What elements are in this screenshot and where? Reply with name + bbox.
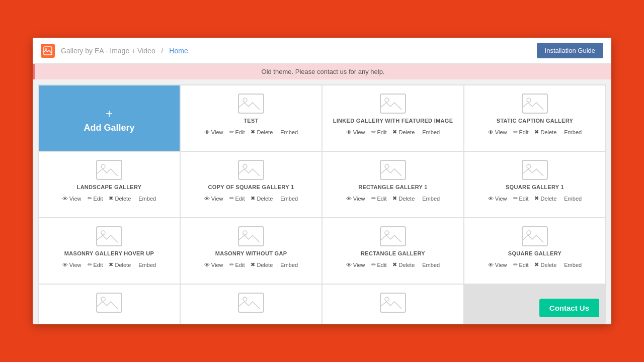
gallery-thumbnail-icon (238, 226, 264, 246)
gallery-card: TEST👁 View✏ Edit✖ Delete Embed (181, 85, 321, 151)
gallery-view-button[interactable]: 👁 View (344, 260, 367, 269)
contact-us-button[interactable]: Contact Us (539, 299, 599, 317)
edit-icon: ✏ (371, 261, 376, 268)
gallery-embed-button[interactable]: Embed (135, 194, 158, 203)
edit-icon: ✏ (229, 261, 234, 268)
gallery-actions: 👁 View✏ Edit✖ Delete Embed (344, 128, 442, 136)
gallery-thumbnail-icon (380, 94, 406, 114)
svg-point-3 (243, 98, 247, 102)
install-guide-button[interactable]: Installation Guide (537, 43, 603, 58)
gallery-delete-button[interactable]: ✖ Delete (107, 194, 133, 203)
gallery-thumbnail-icon (238, 160, 264, 180)
svg-point-23 (527, 231, 531, 235)
gallery-thumbnail-icon (238, 94, 264, 114)
gallery-card (323, 285, 463, 324)
delete-icon: ✖ (109, 261, 113, 268)
gallery-delete-button[interactable]: ✖ Delete (249, 128, 275, 136)
view-icon: 👁 (204, 196, 210, 202)
gallery-edit-button[interactable]: ✏ Edit (369, 128, 389, 136)
gallery-card: RECTANGLE GALLERY👁 View✏ Edit✖ Delete Em… (323, 218, 463, 284)
gallery-name: LINKED GALLERY WITH FEATURED IMAGE (333, 118, 453, 124)
gallery-view-button[interactable]: 👁 View (486, 128, 509, 136)
gallery-name: SQUARE GALLERY 1 (506, 184, 564, 190)
gallery-view-button[interactable]: 👁 View (486, 194, 509, 203)
gallery-thumbnail-icon (380, 160, 406, 180)
gallery-view-button[interactable]: 👁 View (202, 194, 225, 203)
gallery-embed-button[interactable]: Embed (560, 194, 584, 203)
gallery-delete-button[interactable]: ✖ Delete (532, 194, 558, 203)
delete-icon: ✖ (392, 129, 397, 135)
gallery-delete-button[interactable]: ✖ Delete (390, 128, 417, 136)
svg-point-13 (385, 164, 389, 168)
view-icon: 👁 (62, 196, 68, 202)
delete-icon: ✖ (251, 261, 255, 268)
gallery-edit-button[interactable]: ✏ Edit (369, 194, 389, 203)
svg-point-15 (527, 164, 531, 168)
gallery-view-button[interactable]: 👁 View (344, 194, 367, 203)
gallery-view-button[interactable]: 👁 View (60, 260, 84, 269)
gallery-edit-button[interactable]: ✏ Edit (227, 260, 247, 269)
gallery-name: MASONRY WITHOUT GAP (215, 250, 287, 256)
svg-point-17 (101, 231, 105, 235)
gallery-actions: 👁 View✏ Edit✖ Delete Embed (486, 128, 584, 136)
add-gallery-card[interactable]: + Add Gallery (39, 85, 180, 151)
gallery-edit-button[interactable]: ✏ Edit (511, 260, 531, 269)
gallery-delete-button[interactable]: ✖ Delete (249, 194, 275, 203)
gallery-view-button[interactable]: 👁 View (60, 194, 84, 203)
gallery-name: RECTANGLE GALLERY (361, 250, 425, 256)
gallery-view-button[interactable]: 👁 View (202, 128, 225, 136)
gallery-delete-button[interactable]: ✖ Delete (390, 194, 417, 203)
gallery-edit-button[interactable]: ✏ Edit (511, 128, 531, 136)
gallery-delete-button[interactable]: ✖ Delete (249, 260, 275, 269)
gallery-delete-button[interactable]: ✖ Delete (390, 260, 417, 269)
gallery-delete-button[interactable]: ✖ Delete (532, 128, 558, 136)
gallery-edit-button[interactable]: ✏ Edit (369, 260, 389, 269)
gallery-edit-button[interactable]: ✏ Edit (227, 128, 247, 136)
edit-icon: ✏ (88, 261, 92, 268)
gallery-thumbnail-icon (96, 160, 122, 180)
gallery-embed-button[interactable]: Embed (135, 260, 158, 269)
gallery-card: STATIC CAPTION GALLERY👁 View✏ Edit✖ Dele… (464, 85, 605, 151)
gallery-embed-button[interactable]: Embed (277, 194, 300, 203)
gallery-actions: 👁 View✏ Edit✖ Delete Embed (486, 194, 584, 203)
gallery-embed-button[interactable]: Embed (560, 260, 584, 269)
gallery-card: RECTANGLE GALLERY 1👁 View✏ Edit✖ Delete … (323, 152, 463, 217)
header: Gallery by EA - Image + Video / Home by … (33, 38, 611, 64)
gallery-card: SQUARE GALLERY 1👁 View✏ Edit✖ Delete Emb… (464, 152, 605, 217)
delete-icon: ✖ (109, 195, 113, 202)
gallery-embed-button[interactable]: Embed (419, 194, 442, 203)
delete-icon: ✖ (534, 129, 539, 135)
gallery-view-button[interactable]: 👁 View (486, 260, 509, 269)
add-plus-icon: + (106, 107, 113, 121)
view-icon: 👁 (346, 196, 352, 202)
delete-icon: ✖ (251, 129, 255, 135)
gallery-thumbnail-icon (96, 293, 122, 313)
gallery-embed-button[interactable]: Embed (419, 260, 442, 269)
gallery-thumbnail-icon (522, 94, 548, 114)
gallery-card: MASONRY GALLERY HOVER UP👁 View✏ Edit✖ De… (39, 218, 180, 284)
breadcrumb-home[interactable]: Home (169, 47, 188, 55)
svg-point-1 (45, 48, 47, 50)
delete-icon: ✖ (392, 195, 397, 202)
gallery-view-button[interactable]: 👁 View (202, 260, 225, 269)
gallery-edit-button[interactable]: ✏ Edit (86, 260, 105, 269)
gallery-embed-button[interactable]: Embed (419, 128, 442, 136)
app-name: Gallery by EA - Image + Video (61, 47, 155, 55)
gallery-delete-button[interactable]: ✖ Delete (532, 260, 558, 269)
gallery-embed-button[interactable]: Embed (277, 260, 300, 269)
gallery-actions: 👁 View✏ Edit✖ Delete Embed (344, 260, 442, 269)
view-icon: 👁 (346, 262, 352, 268)
gallery-edit-button[interactable]: ✏ Edit (86, 194, 105, 203)
gallery-embed-button[interactable]: Embed (560, 128, 584, 136)
gallery-card: LINKED GALLERY WITH FEATURED IMAGE👁 View… (323, 85, 463, 151)
gallery-name: RECTANGLE GALLERY 1 (358, 184, 428, 190)
gallery-name: MASONRY GALLERY HOVER UP (64, 250, 154, 256)
gallery-embed-button[interactable]: Embed (277, 128, 300, 136)
gallery-delete-button[interactable]: ✖ Delete (107, 260, 133, 269)
gallery-view-button[interactable]: 👁 View (344, 128, 367, 136)
edit-icon: ✏ (229, 195, 234, 202)
gallery-card: SQUARE GALLERY👁 View✏ Edit✖ Delete Embed (464, 218, 605, 284)
delete-icon: ✖ (534, 195, 539, 202)
gallery-edit-button[interactable]: ✏ Edit (227, 194, 247, 203)
gallery-edit-button[interactable]: ✏ Edit (511, 194, 531, 203)
